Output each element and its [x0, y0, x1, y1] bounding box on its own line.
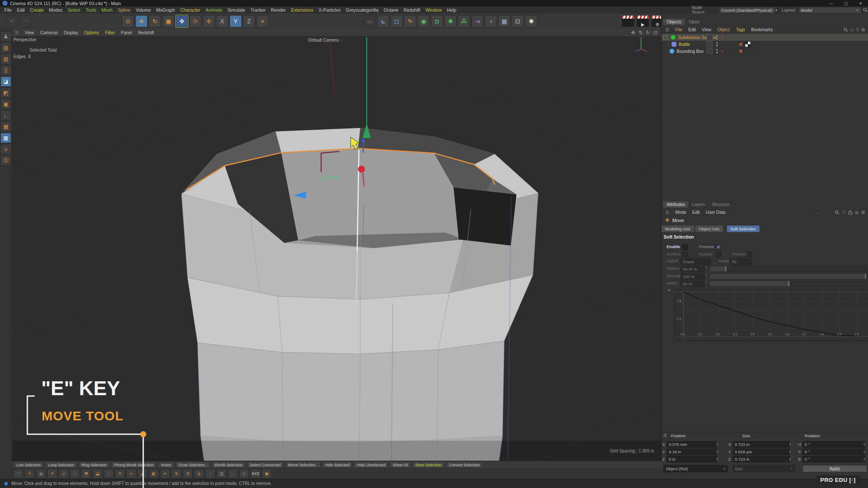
- line-cut-icon[interactable]: ✒: [160, 469, 170, 478]
- filter-icon[interactable]: ▽: [842, 210, 845, 215]
- spline-pen-icon[interactable]: ✎: [404, 15, 416, 27]
- layer-chip-icon[interactable]: [707, 41, 713, 47]
- width-input[interactable]: 50 %: [681, 281, 705, 287]
- menu-item[interactable]: Greyscalegorilla: [343, 7, 381, 13]
- texture-mode-icon[interactable]: ▨: [0, 54, 11, 64]
- visibility-dots-icon[interactable]: [716, 42, 718, 46]
- menu-item[interactable]: Modes: [46, 7, 66, 13]
- add-panel-icon[interactable]: ⊞: [861, 27, 865, 32]
- history-forward-icon[interactable]: →: [823, 210, 827, 215]
- selection-button[interactable]: Mirror Selection..: [285, 462, 321, 468]
- scale-tool-icon[interactable]: ▣: [162, 15, 174, 27]
- tree-collapse-icon[interactable]: −: [663, 35, 668, 40]
- menu-item[interactable]: Simulate: [225, 7, 248, 13]
- objects-tab[interactable]: Takes: [685, 19, 703, 25]
- magnet-icon[interactable]: ∪: [0, 144, 11, 154]
- menu-item[interactable]: Mesh: [99, 7, 115, 13]
- attributes-hamburger-icon[interactable]: ☰: [662, 210, 672, 215]
- uv-tag-icon[interactable]: [745, 41, 751, 47]
- cloner-icon[interactable]: ⁂: [458, 15, 470, 27]
- move-tool-icon[interactable]: ✛: [135, 15, 148, 27]
- cage-tool-icon[interactable]: ▣: [262, 469, 272, 478]
- selection-button[interactable]: Show All: [390, 462, 411, 468]
- edge-mode-icon[interactable]: ◪: [0, 76, 11, 87]
- menu-item[interactable]: Tools: [83, 7, 99, 13]
- selection-button[interactable]: Grow Selection..: [175, 462, 210, 468]
- viewport-menu-item[interactable]: Redshift: [135, 30, 157, 35]
- search-icon[interactable]: [843, 27, 848, 32]
- point-mode-icon[interactable]: ⣿: [0, 65, 11, 75]
- xyz-axis-icon[interactable]: XYZ: [250, 469, 260, 478]
- phong-tag-icon[interactable]: [738, 41, 744, 47]
- snap-enable-icon[interactable]: ▩: [0, 133, 11, 143]
- coord-system-icon[interactable]: ⌖: [256, 15, 269, 27]
- tab-soft-selection[interactable]: Soft Selection: [727, 226, 760, 232]
- menu-item[interactable]: Create: [27, 7, 46, 13]
- object-row-bottle[interactable]: └ Bottle: [661, 41, 868, 48]
- object-row-subdivision-surface[interactable]: − Subdivision Surface ✕: [661, 34, 868, 41]
- enable-x-icon[interactable]: ✕: [720, 49, 724, 53]
- search-icon[interactable]: [863, 7, 868, 13]
- objects-menu-item[interactable]: Bookmarks: [748, 27, 776, 32]
- selection-button[interactable]: Select Connected: [247, 462, 284, 468]
- attributes-tab[interactable]: Attributes: [663, 201, 688, 208]
- selection-button[interactable]: Hide Selected: [322, 462, 352, 468]
- menu-item[interactable]: Octane: [381, 7, 401, 13]
- lock-icon[interactable]: [848, 210, 852, 215]
- new-panel-icon[interactable]: ⊞: [861, 210, 865, 215]
- menu-item[interactable]: Redshift: [401, 7, 423, 13]
- objects-hamburger-icon[interactable]: ☰: [662, 27, 672, 32]
- apply-button[interactable]: Apply: [802, 465, 867, 472]
- object-label[interactable]: Bottle: [679, 42, 690, 47]
- rubber-checkbox[interactable]: [716, 252, 721, 257]
- render-picture-viewer-button[interactable]: ▶: [636, 15, 649, 27]
- subdivision-surface-icon[interactable]: ◉: [418, 15, 430, 27]
- selection-button[interactable]: Convert Selection: [446, 462, 483, 468]
- size-y-input[interactable]: 0.818 µm: [733, 449, 790, 455]
- objects-menu-item[interactable]: Tags: [733, 27, 748, 32]
- selection-button[interactable]: Store Selection: [412, 462, 445, 468]
- viewport-menu-item[interactable]: Options: [81, 30, 102, 35]
- floor-icon[interactable]: ▦: [498, 15, 510, 27]
- radius-stepper[interactable]: ▲▼: [704, 266, 708, 272]
- weld-tool-icon[interactable]: ╪: [194, 469, 204, 478]
- menu-item[interactable]: Spline: [115, 7, 133, 13]
- enable-x-icon[interactable]: ✕: [720, 35, 724, 39]
- menu-item[interactable]: Tracker: [248, 7, 268, 13]
- camera-icon[interactable]: ⊡: [512, 15, 524, 27]
- measure-icon[interactable]: ⊾: [377, 15, 389, 27]
- deformer-icon[interactable]: ✱: [444, 15, 457, 27]
- target-icon[interactable]: ◎: [855, 210, 859, 215]
- search-icon[interactable]: [835, 210, 839, 215]
- menu-item[interactable]: Animate: [203, 7, 225, 13]
- viewport-menu-item[interactable]: Filter: [102, 30, 118, 35]
- objects-menu-item[interactable]: Edit: [685, 27, 699, 32]
- viewport-menu-item[interactable]: Panel: [118, 30, 135, 35]
- menu-item[interactable]: Edit: [14, 7, 27, 13]
- strength-slider[interactable]: [709, 273, 867, 279]
- size-mode-select[interactable]: Size▼: [733, 465, 795, 472]
- history-back-icon[interactable]: ←: [816, 210, 820, 215]
- rotation-h-input[interactable]: 0 °: [802, 441, 865, 448]
- menu-item[interactable]: File: [2, 7, 14, 13]
- cube-poly-icon[interactable]: ◧: [149, 469, 159, 478]
- width-stepper[interactable]: ▲▼: [704, 281, 708, 286]
- y-axis-lock-icon[interactable]: Y: [230, 15, 242, 27]
- curve-expander-icon[interactable]: ▸: [668, 288, 670, 292]
- width-slider[interactable]: [709, 281, 867, 287]
- filter-icon[interactable]: ▽: [856, 27, 859, 32]
- boole-icon[interactable]: ◘: [431, 15, 443, 27]
- grid-add-icon[interactable]: ⊞: [239, 469, 249, 478]
- attributes-menu-item[interactable]: Mode: [672, 210, 689, 215]
- volume-icon[interactable]: ◖: [485, 15, 497, 27]
- layout-select[interactable]: Model▼: [799, 7, 861, 13]
- attributes-tab[interactable]: Layers: [688, 201, 708, 208]
- solo-icon[interactable]: Ⓢ: [0, 155, 11, 166]
- objects-menu-item[interactable]: View: [699, 27, 714, 32]
- redo-button[interactable]: ↷: [20, 15, 32, 27]
- objects-tab[interactable]: Objects: [663, 19, 685, 25]
- objects-menu-item[interactable]: File: [672, 27, 685, 32]
- recent-tool-icon[interactable]: ✥: [176, 15, 188, 27]
- maximize-view-icon[interactable]: ⊡: [654, 30, 658, 36]
- viewport-menu-item[interactable]: Display: [61, 30, 81, 35]
